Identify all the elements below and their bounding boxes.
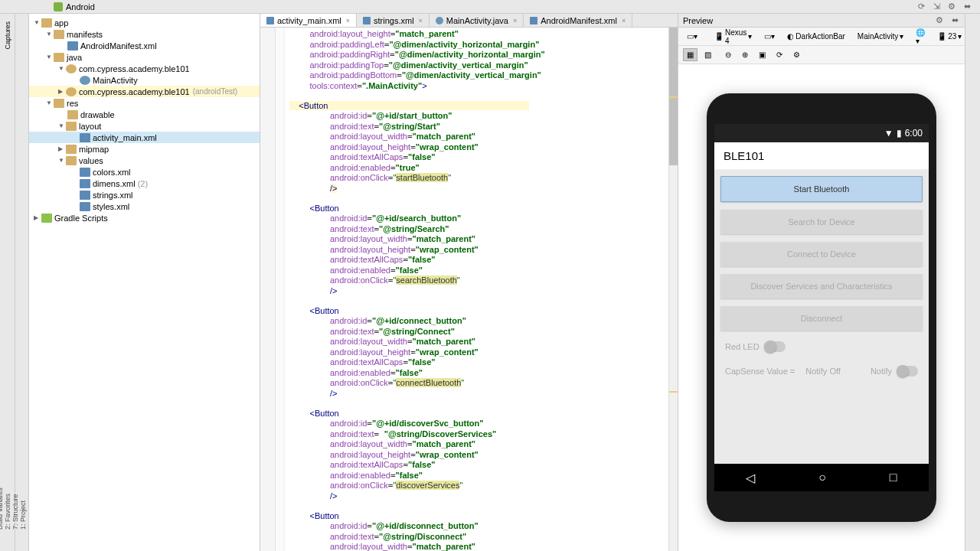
tab-strings[interactable]: strings.xml× [357,14,430,27]
tree-gradle[interactable]: ▶Gradle Scripts [29,212,260,223]
tree-activity-main[interactable]: activity_main.xml [29,132,260,143]
favorites-tab[interactable]: 2: Favorites [4,219,11,530]
tree-dimens[interactable]: dimens.xml(2) [29,178,260,189]
device-icon[interactable]: ▭▾ [683,30,701,43]
preview-canvas: ▼ ▮ 6:00 BLE101 Start Bluetooth Search f… [678,64,965,551]
battery-icon: ▮ [897,128,902,139]
marker [669,391,678,393]
capsense-row: CapSense Value = Notify Off Notify [720,363,923,380]
btn-start-bluetooth[interactable]: Start Bluetooth [720,176,923,202]
structure-tab[interactable]: 7: Structure [11,20,19,530]
tree-colors[interactable]: colors.xml [29,166,260,178]
tree-strings[interactable]: strings.xml [29,189,260,201]
notify-switch[interactable] [898,366,918,377]
btn-disconnect[interactable]: Disconnect [720,306,923,331]
tree-pkg2[interactable]: ▶com.cypress.academy.ble101(androidTest) [29,86,260,97]
app-content: Start Bluetooth Search for Device Connec… [714,170,929,464]
nav-bar: ◁ ○ □ [714,464,929,491]
back-button[interactable]: ◁ [746,471,755,485]
code-content[interactable]: android:layout_height="match_parent" and… [285,28,668,551]
module-label: Android [66,2,95,11]
close-icon[interactable]: × [622,17,626,24]
refresh-icon[interactable]: ⟳ [773,48,786,61]
tree-manifests[interactable]: ▼manifests [29,28,260,40]
app-bar: BLE101 [714,142,929,170]
notify-off-label: Notify Off [805,367,841,376]
project-tree-panel: ▼app ▼manifests AndroidManifest.xml ▼jav… [29,14,260,551]
tree-drawable[interactable]: drawable [29,109,260,120]
build-variants-tab[interactable]: Build Variants [0,20,4,530]
tree-res[interactable]: ▼res [29,97,260,109]
tree-manifest-file[interactable]: AndroidManifest.xml [29,40,260,51]
zoom-in-icon[interactable]: ⊕ [738,48,752,61]
close-icon[interactable]: × [419,17,423,24]
tree-main-activity[interactable]: MainActivity [29,74,260,86]
preview-toolbar: ▭▾ 📱Nexus 4▾ ▭▾ ◐DarkActionBar MainActiv… [678,28,965,46]
theme-selector[interactable]: ◐DarkActionBar [783,30,848,43]
red-led-switch[interactable] [766,341,786,352]
red-led-label: Red LED [725,342,760,351]
tree-pkg1[interactable]: ▼com.cypress.academy.ble101 [29,63,260,74]
home-button[interactable]: ○ [818,471,826,484]
preview-toolbar-sub: ▦ ▧ ⊖ ⊕ ▣ ⟳ ⚙ [678,46,965,64]
recent-button[interactable]: □ [890,471,897,484]
tab-activity-main[interactable]: activity_main.xml× [260,14,357,27]
preview-panel: Preview ⚙ ⬌ ▭▾ 📱Nexus 4▾ ▭▾ ◐DarkActionB… [678,14,965,551]
device-selector[interactable]: 📱Nexus 4▾ [710,26,756,47]
android-icon [54,2,63,11]
locale-icon[interactable]: 🌐▾ [912,26,929,47]
phone-frame: ▼ ▮ 6:00 BLE101 Start Bluetooth Search f… [707,93,936,522]
status-bar: ▼ ▮ 6:00 [714,124,929,142]
hide-preview-icon[interactable]: ⬌ [949,15,960,26]
tree-styles[interactable]: styles.xml [29,201,260,212]
code-editor[interactable]: android:layout_height="match_parent" and… [260,28,678,551]
red-led-row: Red LED [720,338,923,355]
close-icon[interactable]: × [513,17,517,24]
btn-discover[interactable]: Discover Services and Characteristics [720,274,923,298]
btn-connect[interactable]: Connect to Device [720,242,923,266]
orientation-icon[interactable]: ▭▾ [760,30,779,43]
preview-title: Preview [683,16,713,25]
clock: 6:00 [905,128,923,139]
hide-icon[interactable]: ⬌ [962,2,972,12]
project-tab[interactable]: 1: Project [19,20,27,530]
capsense-label: CapSense Value = [725,367,795,376]
activity-selector[interactable]: MainActivity▾ [854,30,907,43]
phone-screen: ▼ ▮ 6:00 BLE101 Start Bluetooth Search f… [714,124,929,491]
api-selector[interactable]: 📱23▾ [933,30,965,43]
marker [669,96,678,98]
notify-label: Notify [871,367,892,376]
editor-area: activity_main.xml× strings.xml× MainActi… [260,14,678,551]
blueprint-mode-icon[interactable]: ▧ [701,48,715,61]
design-mode-icon[interactable]: ▦ [683,48,697,61]
gear-icon[interactable]: ⚙ [934,15,945,26]
tree-app[interactable]: ▼app [29,17,260,28]
left-tool-strip-2: 1: Project 7: Structure 2: Favorites Bui… [15,14,29,551]
close-icon[interactable]: × [346,17,350,24]
zoom-fit-icon[interactable]: ▣ [755,48,769,61]
wifi-icon: ▼ [884,128,893,139]
tree-layout[interactable]: ▼layout [29,120,260,132]
tree-java[interactable]: ▼java [29,51,260,63]
editor-scrollbar[interactable] [668,28,678,551]
sync-icon[interactable]: ⟳ [916,2,926,12]
right-tool-strip [965,14,980,551]
captures-tab[interactable]: Captures [4,21,11,50]
settings-icon[interactable]: ⚙ [946,2,957,12]
editor-tabs: activity_main.xml× strings.xml× MainActi… [260,14,678,28]
tree-values[interactable]: ▼values [29,155,260,166]
gutter [260,28,276,551]
collapse-icon[interactable]: ⇲ [931,2,942,12]
zoom-out-icon[interactable]: ⊖ [721,48,735,61]
module-toolbar: Android ⟳ ⇲ ⚙ ⬌ [0,0,980,14]
btn-search[interactable]: Search for Device [720,210,923,234]
tree-mipmap[interactable]: ▶mipmap [29,143,260,155]
module-selector[interactable]: Android [54,2,95,11]
tab-manifest[interactable]: AndroidManifest.xml× [524,14,632,27]
fold-gutter [276,28,285,551]
settings-icon[interactable]: ⚙ [789,48,804,61]
tab-main-activity[interactable]: MainActivity.java× [430,14,524,27]
